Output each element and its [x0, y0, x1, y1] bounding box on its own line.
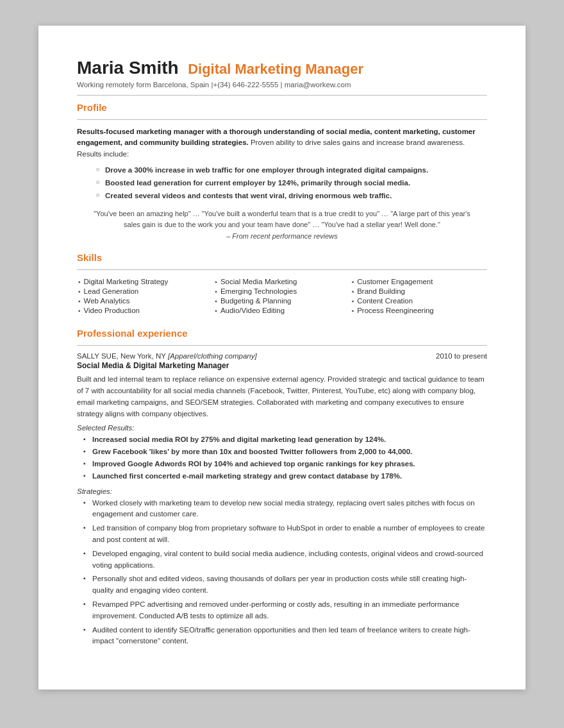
strategies-label: Strategies:	[77, 487, 487, 495]
skills-col-3: ▪Customer Engagement ▪Brand Building ▪Co…	[351, 276, 487, 317]
skill-bullet-icon: ▪	[352, 278, 354, 285]
skill-item: ▪Budgeting & Planning	[215, 297, 345, 305]
experience-section-title: Professional experience	[77, 328, 487, 339]
skill-item: ▪Lead Generation	[78, 287, 208, 295]
candidate-name: Maria Smith	[77, 58, 179, 78]
strategies-list: Worked closely with marketing team to de…	[83, 498, 487, 648]
skill-bullet-icon: ▪	[215, 307, 217, 314]
profile-bullet-1: Drove a 300% increase in web traffic for…	[96, 165, 487, 176]
job-entry: SALLY SUE, New York, NY [Apparel/clothin…	[77, 352, 487, 647]
skills-col-1: ▪Digital Marketing Strategy ▪Lead Genera…	[77, 276, 213, 317]
selected-results-label: Selected Results:	[77, 424, 487, 432]
skill-item: ▪Emerging Technologies	[215, 287, 345, 295]
job-company: SALLY SUE, New York, NY [Apparel/clothin…	[77, 352, 257, 360]
skill-bullet-icon: ▪	[78, 278, 81, 285]
skill-item: ▪Brand Building	[352, 287, 482, 295]
skill-item: ▪Content Creation	[352, 297, 482, 305]
header-divider	[77, 95, 487, 96]
candidate-title: Digital Marketing Manager	[188, 61, 363, 77]
strategy-item: Audited content to identify SEO/traffic …	[83, 625, 487, 648]
profile-section: Profile Results-focused marketing manage…	[77, 102, 487, 242]
job-date: 2010 to present	[436, 352, 487, 360]
skills-col-2: ▪Social Media Marketing ▪Emerging Techno…	[213, 276, 350, 317]
resume-document: Maria Smith Digital Marketing Manager Wo…	[38, 26, 526, 690]
skill-item: ▪Audio/Video Editing	[215, 307, 345, 314]
skill-item: ▪Process Reengineering	[352, 307, 482, 314]
skill-bullet-icon: ▪	[78, 307, 81, 314]
skill-item: ▪Web Analytics	[78, 297, 208, 305]
skills-section: Skills ▪Digital Marketing Strategy ▪Lead…	[77, 252, 487, 317]
skill-bullet-icon: ▪	[215, 278, 217, 285]
skill-bullet-icon: ▪	[215, 298, 217, 305]
job-role: Social Media & Digital Marketing Manager	[77, 361, 487, 370]
contact-info: Working remotely form Barcelona, Spain |…	[77, 81, 487, 89]
skill-item: ▪Video Production	[78, 307, 208, 314]
profile-divider	[77, 119, 487, 120]
strategy-item: Worked closely with marketing team to de…	[83, 498, 487, 521]
skill-bullet-icon: ▪	[352, 298, 354, 305]
results-list: Increased social media ROI by 275% and d…	[83, 434, 487, 482]
profile-bullets: Drove a 300% increase in web traffic for…	[96, 165, 487, 202]
result-item: Increased social media ROI by 275% and d…	[83, 434, 487, 445]
skill-item: ▪Digital Marketing Strategy	[78, 278, 208, 285]
skills-row: ▪Digital Marketing Strategy ▪Lead Genera…	[77, 276, 487, 317]
skills-divider	[77, 269, 487, 270]
strategy-item: Personally shot and edited videos, savin…	[83, 573, 487, 597]
skills-table: ▪Digital Marketing Strategy ▪Lead Genera…	[77, 276, 487, 317]
skill-bullet-icon: ▪	[352, 288, 354, 295]
skill-bullet-icon: ▪	[352, 307, 354, 314]
skill-bullet-icon: ▪	[78, 298, 81, 305]
strategy-item: Led transition of company blog from prop…	[83, 523, 487, 546]
skill-item: ▪Customer Engagement	[352, 278, 482, 285]
header-section: Maria Smith Digital Marketing Manager Wo…	[77, 58, 487, 89]
profile-bullet-2: Boosted lead generation for current empl…	[96, 178, 487, 189]
experience-divider	[77, 345, 487, 346]
result-item: Improved Google Adwords ROI by 104% and …	[83, 459, 487, 470]
strategy-item: Revamped PPC advertising and removed und…	[83, 599, 487, 622]
job-description: Built and led internal team to replace r…	[77, 374, 487, 419]
skill-bullet-icon: ▪	[215, 288, 217, 295]
profile-bullet-3: Created several videos and contests that…	[96, 190, 487, 201]
strategy-item: Developed engaging, viral content to bui…	[83, 548, 487, 571]
profile-quote: "You've been an amazing help" … "You've …	[90, 208, 474, 242]
profile-section-title: Profile	[77, 102, 487, 113]
experience-section: Professional experience SALLY SUE, New Y…	[77, 328, 487, 647]
skills-section-title: Skills	[77, 252, 487, 263]
result-item: Launched first concerted e-mail marketin…	[83, 471, 487, 482]
profile-intro: Results-focused marketing manager with a…	[77, 126, 487, 160]
skill-bullet-icon: ▪	[78, 288, 81, 295]
result-item: Grew Facebook 'likes' by more than 10x a…	[83, 446, 487, 457]
job-header-row: SALLY SUE, New York, NY [Apparel/clothin…	[77, 352, 487, 360]
skill-item: ▪Social Media Marketing	[215, 278, 345, 285]
